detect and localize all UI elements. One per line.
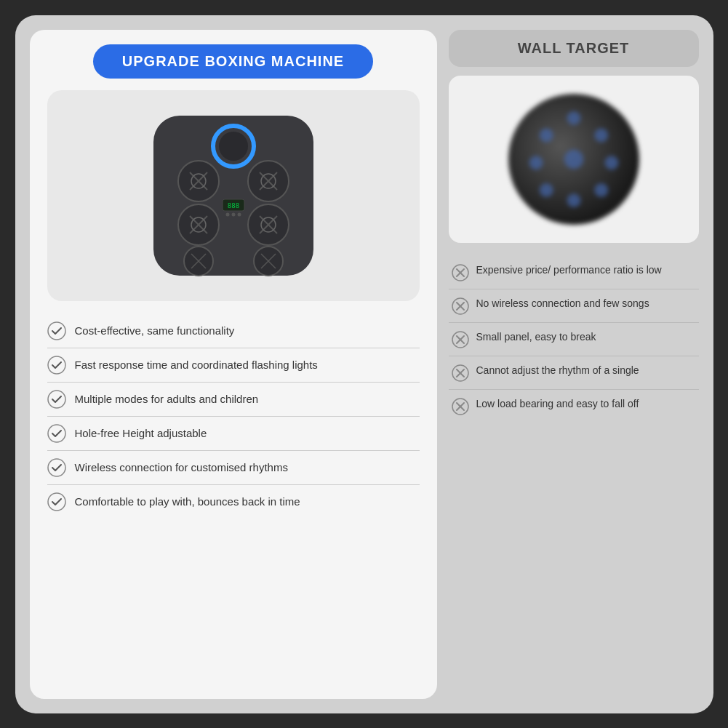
con-item: Low load bearing and easy to fall off xyxy=(449,390,699,423)
svg-point-38 xyxy=(604,156,618,169)
svg-text:888: 888 xyxy=(227,202,239,209)
check-icon xyxy=(47,492,66,511)
svg-point-40 xyxy=(567,193,580,207)
svg-point-44 xyxy=(564,149,583,168)
wall-target-header: WALL TARGET xyxy=(449,30,699,67)
feature-text: Multiple modes for adults and children xyxy=(75,393,259,405)
left-panel: UPGRADE BOXING MACHINE xyxy=(30,30,437,699)
con-text: Small panel, easy to break xyxy=(476,330,596,345)
feature-item: Hole-free Height adjustable xyxy=(47,417,420,451)
x-icon xyxy=(452,364,469,382)
svg-point-27 xyxy=(225,212,229,216)
feature-item: Fast response time and coordinated flash… xyxy=(47,348,420,383)
svg-point-28 xyxy=(231,212,235,216)
feature-item: Comfortable to play with, bounces back i… xyxy=(47,485,420,519)
svg-point-43 xyxy=(539,128,553,142)
blurred-device-image xyxy=(508,94,639,225)
upgrade-badge: UPGRADE BOXING MACHINE xyxy=(93,44,373,79)
cons-list: Expensive price/ performance ratio is lo… xyxy=(449,256,699,699)
check-icon xyxy=(47,390,66,409)
con-item: Expensive price/ performance ratio is lo… xyxy=(449,256,699,289)
svg-point-30 xyxy=(48,322,65,340)
svg-point-34 xyxy=(48,459,65,476)
con-text: Low load bearing and easy to fall off xyxy=(476,397,639,412)
con-text: No wireless connection and few songs xyxy=(476,297,649,311)
comparison-container: UPGRADE BOXING MACHINE xyxy=(15,15,713,713)
svg-point-36 xyxy=(567,111,580,124)
svg-point-42 xyxy=(529,156,543,169)
svg-point-32 xyxy=(48,391,65,408)
svg-point-29 xyxy=(237,212,241,216)
svg-point-35 xyxy=(48,493,65,511)
con-text: Expensive price/ performance ratio is lo… xyxy=(476,263,662,278)
feature-item: Multiple modes for adults and children xyxy=(47,383,420,417)
check-icon xyxy=(47,321,66,340)
feature-text: Fast response time and coordinated flash… xyxy=(75,359,318,371)
x-icon xyxy=(452,264,469,281)
left-header: UPGRADE BOXING MACHINE xyxy=(47,44,420,79)
check-icon xyxy=(47,458,66,477)
con-text: Cannot adjust the rhythm of a single xyxy=(476,364,639,378)
con-item: Cannot adjust the rhythm of a single xyxy=(449,356,699,390)
svg-point-31 xyxy=(48,356,65,374)
features-list: Cost-effective, same functionalityFast r… xyxy=(47,314,420,690)
feature-item: Wireless connection for customised rhyth… xyxy=(47,451,420,485)
con-item: Small panel, easy to break xyxy=(449,323,699,356)
product-image-box: 888 xyxy=(47,90,420,301)
svg-point-33 xyxy=(48,425,65,442)
check-icon xyxy=(47,356,66,375)
feature-text: Cost-effective, same functionality xyxy=(75,324,235,337)
feature-text: Wireless connection for customised rhyth… xyxy=(75,461,288,473)
con-item: No wireless connection and few songs xyxy=(449,289,699,323)
wall-target-image xyxy=(449,76,699,243)
x-icon xyxy=(452,398,469,415)
boxing-machine-image: 888 xyxy=(146,108,321,283)
svg-point-2 xyxy=(219,132,248,161)
svg-point-39 xyxy=(594,183,608,197)
feature-text: Comfortable to play with, bounces back i… xyxy=(75,495,300,508)
feature-text: Hole-free Height adjustable xyxy=(75,427,207,439)
svg-point-37 xyxy=(594,128,608,142)
x-icon xyxy=(452,297,469,315)
x-icon xyxy=(452,331,469,348)
right-panel: WALL TARGET Expensive price/ perfo xyxy=(449,30,699,699)
svg-point-41 xyxy=(539,183,553,197)
check-icon xyxy=(47,424,66,443)
feature-item: Cost-effective, same functionality xyxy=(47,314,420,348)
